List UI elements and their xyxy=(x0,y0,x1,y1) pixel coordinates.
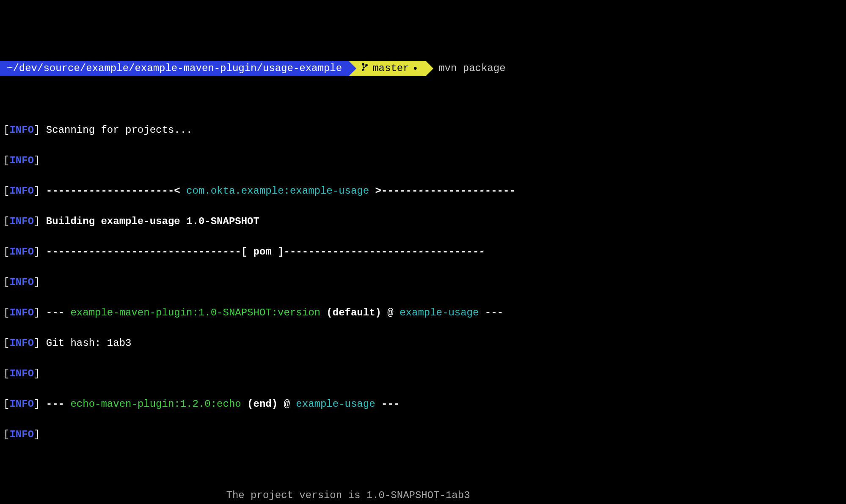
info-tag: INFO xyxy=(9,185,34,197)
packaging-dashes: --------------------------------[ xyxy=(46,246,254,257)
echo-output-line: The project version is 1.0-SNAPSHOT-1ab3 xyxy=(3,488,843,503)
plugin-dashes: --- xyxy=(479,307,503,318)
plugin-project: example-usage xyxy=(296,398,375,410)
command-input[interactable]: mvn package xyxy=(426,61,505,76)
info-tag: INFO xyxy=(9,398,34,410)
plugin-dashes: --- xyxy=(46,307,71,318)
packaging-type: pom xyxy=(254,246,272,257)
info-tag: INFO xyxy=(9,246,34,257)
output-line: [INFO] Git hash: 1ab3 xyxy=(3,336,843,351)
output-line xyxy=(3,457,843,473)
git-branch-segment: master● xyxy=(349,61,426,76)
packaging-dashes: ]--------------------------------- xyxy=(272,246,485,257)
info-tag: INFO xyxy=(9,429,34,440)
plugin-goal: echo-maven-plugin:1.2.0:echo xyxy=(70,398,241,410)
output-line: [INFO] xyxy=(3,275,843,290)
command-text: mvn package xyxy=(438,63,505,74)
info-tag: INFO xyxy=(9,307,34,318)
info-tag: INFO xyxy=(9,155,34,166)
output-line: [INFO] xyxy=(3,366,843,381)
at-symbol: @ xyxy=(381,307,400,318)
info-tag: INFO xyxy=(9,124,34,136)
path-segment: ~/dev/source/example/example-maven-plugi… xyxy=(0,61,349,76)
output-line: [INFO] xyxy=(3,153,843,168)
output-line: [INFO] --- echo-maven-plugin:1.2.0:echo … xyxy=(3,397,843,412)
header-dashes: ---------------------< xyxy=(46,185,186,197)
git-branch-icon xyxy=(361,61,368,76)
plugin-dashes: --- xyxy=(46,398,71,410)
output-line: [INFO] xyxy=(3,427,843,442)
scanning-text: Scanning for projects... xyxy=(46,124,193,136)
building-text: Building example-usage 1.0-SNAPSHOT xyxy=(46,216,259,227)
git-dirty-indicator: ● xyxy=(413,63,418,74)
git-branch-name: master xyxy=(372,61,409,76)
project-coordinates: com.okta.example:example-usage xyxy=(186,185,369,197)
echo-output-text: The project version is 1.0-SNAPSHOT-1ab3 xyxy=(7,490,470,501)
header-dashes: >---------------------- xyxy=(369,185,515,197)
shell-prompt: ~/dev/source/example/example-maven-plugi… xyxy=(0,61,846,76)
info-tag: INFO xyxy=(9,337,34,349)
plugin-execution: (end) xyxy=(241,398,278,410)
info-tag: INFO xyxy=(9,277,34,288)
info-tag: INFO xyxy=(9,216,34,227)
plugin-goal: example-maven-plugin:1.0-SNAPSHOT:versio… xyxy=(70,307,320,318)
plugin-execution: (default) xyxy=(320,307,381,318)
output-line: [INFO] --------------------------------[… xyxy=(3,244,843,260)
git-hash-text: Git hash: 1ab3 xyxy=(46,337,132,349)
current-path: ~/dev/source/example/example-maven-plugi… xyxy=(7,61,342,76)
output-line: [INFO] Building example-usage 1.0-SNAPSH… xyxy=(3,214,843,229)
output-line: [INFO] ---------------------< com.okta.e… xyxy=(3,184,843,199)
info-tag: INFO xyxy=(9,368,34,379)
plugin-project: example-usage xyxy=(400,307,479,318)
plugin-dashes: --- xyxy=(375,398,400,410)
output-line: [INFO] --- example-maven-plugin:1.0-SNAP… xyxy=(3,305,843,320)
at-symbol: @ xyxy=(278,398,296,410)
terminal-output: [INFO] Scanning for projects... [INFO] [… xyxy=(0,107,846,504)
output-line: [INFO] Scanning for projects... xyxy=(3,123,843,138)
